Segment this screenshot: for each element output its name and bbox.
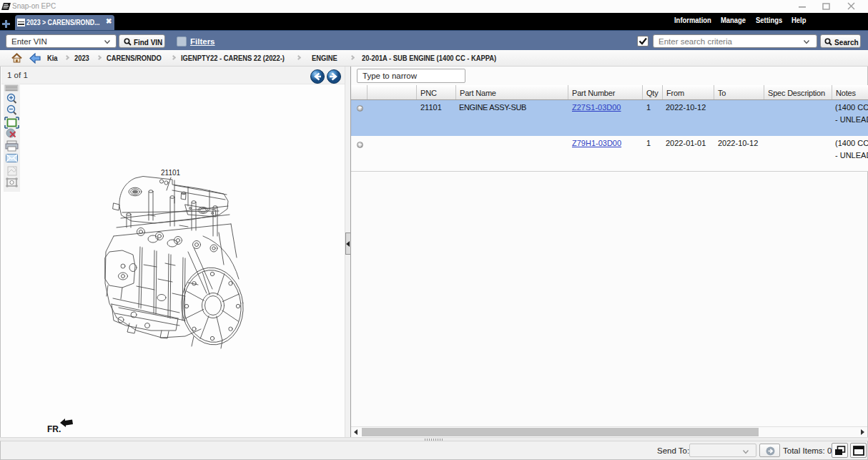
svg-text:21101: 21101	[161, 169, 181, 177]
